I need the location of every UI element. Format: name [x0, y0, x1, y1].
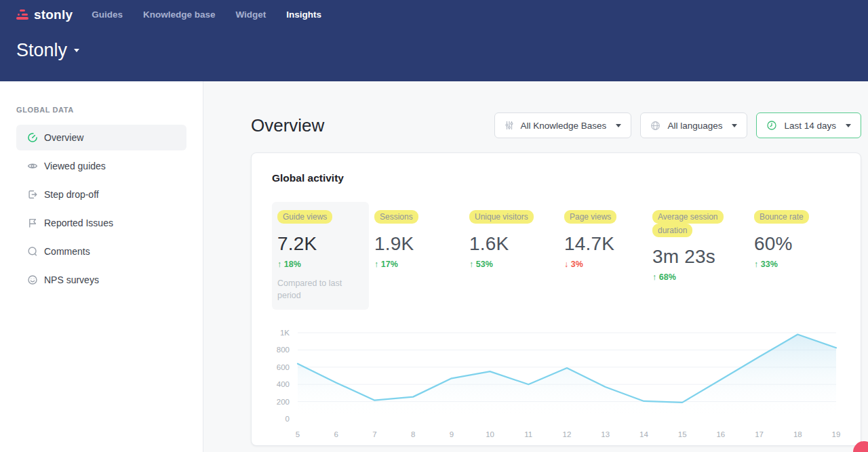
languages-value: All languages [667, 121, 722, 131]
svg-text:12: 12 [563, 430, 572, 438]
arrow-up-icon: ↑ [277, 260, 281, 269]
metric-value: 14.7K [564, 233, 642, 255]
arrow-up-icon: ↑ [374, 260, 378, 269]
date-range-dropdown[interactable]: Last 14 days [756, 112, 861, 138]
stonly-logo-text: stonly [34, 7, 73, 22]
svg-text:0: 0 [285, 415, 290, 423]
metric-label: Unique visitors [469, 210, 534, 224]
eye-icon [27, 161, 38, 171]
metric-delta: ↑ 68% [652, 272, 743, 282]
globe-icon [650, 121, 660, 131]
nav-item-widget[interactable]: Widget [235, 7, 266, 22]
knowledge-bases-dropdown[interactable]: All Knowledge Bases [494, 112, 632, 138]
sidebar-item-overview[interactable]: Overview [16, 125, 186, 150]
knowledge-bases-value: All Knowledge Bases [521, 121, 607, 131]
metric-value: 1.9K [374, 233, 458, 255]
sidebar-item-reported-issues[interactable]: Reported Issues [16, 210, 186, 236]
sidebar-item-step-drop-off[interactable]: Step drop-off [16, 182, 186, 207]
sidebar-item-label: NPS surveys [44, 274, 99, 285]
metric-delta: ↑ 17% [374, 260, 458, 269]
chevron-down-icon [74, 49, 79, 52]
svg-text:200: 200 [277, 397, 290, 405]
sidebar: GLOBAL DATA Overview Viewed guides [0, 81, 203, 452]
sidebar-item-comments[interactable]: Comments [16, 239, 186, 264]
metric-value: 3m 23s [652, 246, 743, 268]
chevron-down-icon [616, 124, 621, 127]
metric-delta: ↑ 33% [754, 260, 835, 269]
arrow-up-icon: ↑ [652, 272, 656, 282]
main-content: Overview All Knowledge Bases [203, 81, 868, 452]
top-navigation-bar: stonly Guides Knowledge base Widget Insi… [0, 0, 868, 81]
metric-label: Page views [564, 210, 616, 224]
svg-text:600: 600 [277, 363, 290, 371]
activity-chart: 02004006008001K5678910111213141516171819 [272, 323, 840, 447]
svg-text:6: 6 [334, 430, 338, 438]
metric-label: Bounce rate [754, 210, 809, 224]
svg-text:17: 17 [755, 430, 764, 438]
metric-value: 60% [754, 233, 835, 255]
svg-text:7: 7 [372, 430, 376, 438]
metric-guide-views[interactable]: Guide views 7.2K ↑ 18% Compared to last … [272, 202, 369, 310]
metric-page-views[interactable]: Page views 14.7K ↓ 3% [559, 202, 647, 310]
metric-value: 7.2K [277, 233, 363, 255]
arrow-up-icon: ↑ [469, 260, 473, 269]
metric-delta: ↓ 3% [564, 260, 642, 269]
svg-text:11: 11 [524, 430, 532, 438]
metric-note: Compared to last period [277, 277, 352, 302]
metric-bounce-rate[interactable]: Bounce rate 60% ↑ 33% [749, 202, 840, 310]
svg-text:10: 10 [486, 430, 494, 438]
languages-dropdown[interactable]: All languages [640, 112, 747, 138]
nav-item-guides[interactable]: Guides [92, 7, 123, 22]
date-range-value: Last 14 days [784, 121, 836, 131]
sidebar-item-label: Step drop-off [44, 189, 99, 200]
arrow-down-icon: ↓ [564, 260, 568, 269]
sidebar-item-label: Viewed guides [44, 161, 106, 171]
stonly-logo[interactable]: stonly [16, 7, 73, 22]
card-title: Global activity [272, 172, 840, 184]
svg-text:9: 9 [450, 430, 454, 438]
svg-text:400: 400 [277, 380, 290, 388]
metric-unique-visitors[interactable]: Unique visitors 1.6K ↑ 53% [464, 202, 559, 310]
svg-text:15: 15 [678, 430, 687, 438]
sidebar-item-label: Comments [44, 246, 90, 257]
sidebar-item-label: Reported Issues [44, 218, 113, 228]
metric-label: Sessions [374, 210, 418, 224]
sidebar-item-label: Overview [44, 132, 83, 143]
global-activity-card: Global activity Guide views 7.2K ↑ 18% C… [251, 152, 861, 446]
svg-text:800: 800 [277, 346, 290, 354]
nav-item-knowledge-base[interactable]: Knowledge base [143, 7, 216, 22]
metric-average-session-duration[interactable]: Average session duration 3m 23s ↑ 68% [647, 202, 749, 310]
svg-text:13: 13 [601, 430, 610, 438]
svg-text:18: 18 [793, 430, 802, 438]
comment-icon [27, 246, 38, 257]
metric-value: 1.6K [469, 233, 553, 255]
svg-text:1K: 1K [280, 329, 290, 337]
svg-text:14: 14 [639, 430, 648, 438]
svg-text:8: 8 [411, 430, 415, 438]
metric-sessions[interactable]: Sessions 1.9K ↑ 17% [369, 202, 464, 310]
metric-delta: ↑ 53% [469, 260, 553, 269]
workspace-name: Stonly [16, 40, 67, 61]
smiley-icon [27, 274, 38, 285]
metric-delta: ↑ 18% [277, 260, 363, 269]
chevron-down-icon [846, 124, 851, 127]
sidebar-item-viewed-guides[interactable]: Viewed guides [16, 153, 186, 179]
sidebar-item-nps-surveys[interactable]: NPS surveys [16, 267, 186, 293]
nav-item-insights[interactable]: Insights [286, 7, 321, 22]
svg-text:19: 19 [832, 430, 841, 438]
metric-label: Average session duration [652, 210, 724, 237]
page-title: Overview [251, 115, 324, 136]
chevron-down-icon [732, 124, 737, 127]
sliders-icon [505, 121, 514, 130]
step-dropoff-icon [27, 189, 38, 200]
stonly-logo-icon [16, 9, 29, 20]
clock-icon [766, 120, 777, 131]
sidebar-section-label: GLOBAL DATA [0, 106, 203, 114]
svg-text:5: 5 [296, 430, 300, 438]
workspace-switcher[interactable]: Stonly [16, 40, 79, 61]
gauge-icon [27, 132, 38, 143]
arrow-up-icon: ↑ [754, 260, 758, 269]
metrics-row: Guide views 7.2K ↑ 18% Compared to last … [272, 202, 840, 310]
svg-text:16: 16 [716, 430, 725, 438]
flag-icon [27, 218, 38, 228]
